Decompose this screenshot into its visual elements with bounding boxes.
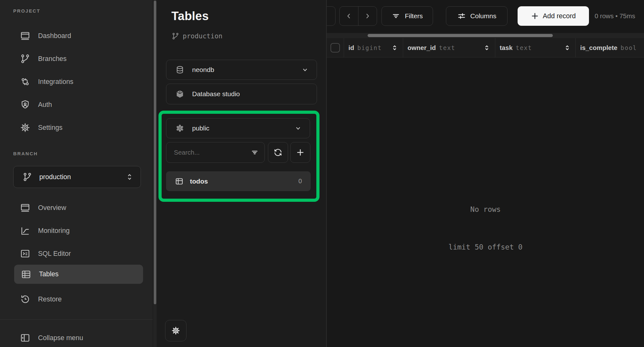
sidebar-item-label: Branches bbox=[38, 55, 67, 63]
sidebar-item-dashboard[interactable]: Dashboard bbox=[13, 27, 142, 45]
column-name: task bbox=[500, 44, 513, 52]
table-search-field bbox=[166, 142, 265, 163]
restore-history-icon bbox=[20, 294, 31, 305]
refresh-tables-button[interactable] bbox=[268, 142, 288, 163]
empty-state: No rows limit 50 offset 0 bbox=[327, 178, 644, 278]
column-header-task[interactable]: task text bbox=[495, 38, 575, 57]
sidebar-item-label: Monitoring bbox=[38, 227, 69, 235]
empty-state-line1: No rows bbox=[327, 203, 644, 216]
column-name: is_complete bbox=[580, 44, 618, 52]
empty-state-line2: limit 50 offset 0 bbox=[327, 241, 644, 253]
plus-icon bbox=[531, 12, 539, 20]
next-page-button[interactable] bbox=[358, 7, 377, 25]
filter-icon[interactable] bbox=[251, 148, 259, 157]
filters-button-label: Filters bbox=[405, 12, 423, 20]
sidebar-item-label: Integrations bbox=[38, 78, 73, 86]
shield-user-icon bbox=[20, 99, 31, 110]
panel-settings-button[interactable] bbox=[165, 320, 186, 341]
sidebar-item-auth[interactable]: Auth bbox=[13, 96, 142, 114]
sidebar-item-tables[interactable]: Tables bbox=[14, 265, 143, 284]
sidebar-item-restore[interactable]: Restore bbox=[13, 290, 142, 308]
sidebar-item-monitoring[interactable]: Monitoring bbox=[13, 222, 142, 240]
data-grid-panel: Filters Columns Add record 0 rows • 75ms… bbox=[326, 0, 644, 347]
collapse-menu-button[interactable]: Collapse menu bbox=[13, 329, 142, 347]
refresh-icon bbox=[274, 148, 282, 157]
chevron-left-icon bbox=[345, 12, 353, 20]
project-section-label: PROJECT bbox=[13, 8, 40, 14]
monitoring-chart-icon bbox=[20, 225, 31, 236]
chevron-up-down-icon bbox=[125, 173, 134, 181]
git-branch-icon bbox=[171, 32, 180, 40]
schema-selector-value: public bbox=[192, 124, 286, 132]
neon-console-app: PROJECT Dashboard Branches Integrations … bbox=[0, 0, 644, 347]
sidebar-item-settings[interactable]: Settings bbox=[13, 118, 142, 137]
dashboard-icon bbox=[20, 30, 31, 41]
sidebar-item-label: Restore bbox=[38, 295, 62, 303]
select-all-cell bbox=[327, 38, 344, 57]
sort-icon[interactable] bbox=[391, 44, 398, 52]
branch-selector[interactable]: production bbox=[13, 166, 141, 188]
database-icon bbox=[175, 65, 185, 74]
database-studio-label: Database studio bbox=[192, 90, 309, 98]
sidebar-item-label: Settings bbox=[38, 124, 63, 132]
sort-icon[interactable] bbox=[564, 44, 571, 52]
column-type: bigint bbox=[357, 44, 382, 51]
prev-page-button[interactable] bbox=[340, 7, 358, 25]
column-header-owner-id[interactable]: owner_id text bbox=[403, 38, 495, 57]
pagination-control bbox=[339, 6, 377, 26]
column-name: owner_id bbox=[408, 44, 436, 52]
table-row-count: 0 bbox=[298, 178, 302, 185]
database-studio-button[interactable]: Database studio bbox=[166, 84, 317, 104]
grid-header-row: id bigint owner_id text task text bbox=[327, 38, 644, 58]
sidebar-item-label: Collapse menu bbox=[38, 334, 83, 342]
gear-icon bbox=[20, 122, 31, 133]
search-input[interactable] bbox=[174, 149, 247, 156]
schema-selector[interactable]: public bbox=[166, 118, 310, 138]
sliders-icon bbox=[457, 12, 466, 20]
sql-editor-icon bbox=[20, 248, 31, 259]
sidebar-item-integrations[interactable]: Integrations bbox=[13, 73, 142, 91]
sidebar-scrollbar-thumb[interactable] bbox=[154, 1, 156, 304]
branch-breadcrumb: production bbox=[171, 32, 222, 40]
add-table-button[interactable] bbox=[290, 142, 310, 163]
database-selector[interactable]: neondb bbox=[166, 60, 317, 80]
integrations-icon bbox=[20, 76, 31, 87]
table-list-item-todos[interactable]: todos 0 bbox=[166, 171, 311, 191]
tables-panel: Tables production neondb Database studio bbox=[157, 0, 326, 347]
horizontal-scrollbar-track bbox=[327, 33, 644, 38]
cube-icon bbox=[175, 89, 185, 99]
column-type: text bbox=[439, 44, 455, 51]
chevron-down-icon bbox=[301, 66, 309, 74]
gear-icon bbox=[171, 326, 180, 335]
sort-icon[interactable] bbox=[483, 44, 491, 52]
sidebar-item-label: Tables bbox=[39, 270, 58, 278]
column-type: text bbox=[516, 44, 532, 51]
column-header-id[interactable]: id bigint bbox=[344, 38, 403, 57]
branch-section-label: BRANCH bbox=[13, 151, 38, 156]
add-record-label: Add record bbox=[543, 12, 576, 20]
sidebar-item-overview[interactable]: Overview bbox=[13, 199, 142, 217]
collapse-panel-icon bbox=[20, 333, 31, 343]
column-header-is-complete[interactable]: is_complete bool bbox=[575, 38, 644, 57]
schema-graph-icon bbox=[175, 124, 185, 133]
chevron-down-icon bbox=[294, 124, 302, 132]
select-all-checkbox[interactable] bbox=[330, 43, 340, 52]
sidebar-item-branches[interactable]: Branches bbox=[13, 50, 142, 68]
sidebar-item-label: Overview bbox=[38, 204, 66, 212]
sidebar-item-sql-editor[interactable]: SQL Editor bbox=[13, 245, 142, 263]
git-branch-icon bbox=[20, 53, 31, 64]
column-type: bool bbox=[621, 44, 637, 51]
filters-button[interactable]: Filters bbox=[381, 6, 433, 26]
query-status-text: 0 rows • 75ms bbox=[595, 6, 635, 26]
horizontal-scrollbar-thumb[interactable] bbox=[368, 34, 553, 37]
table-icon bbox=[175, 177, 184, 186]
clipped-toolbar-button[interactable] bbox=[326, 6, 336, 26]
columns-button[interactable]: Columns bbox=[446, 6, 508, 26]
sidebar-item-label: Auth bbox=[38, 101, 52, 109]
sidebar-item-label: SQL Editor bbox=[38, 250, 71, 258]
table-icon bbox=[21, 269, 31, 280]
branch-selector-value: production bbox=[39, 173, 119, 181]
database-selector-value: neondb bbox=[192, 66, 293, 74]
add-record-button[interactable]: Add record bbox=[518, 6, 589, 26]
chevron-right-icon bbox=[364, 12, 371, 20]
